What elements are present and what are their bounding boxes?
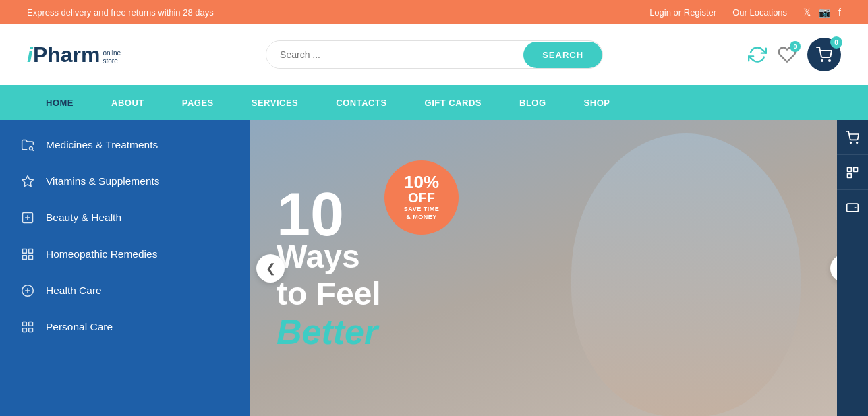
svg-rect-11 bbox=[23, 322, 27, 326]
pill-icon bbox=[20, 138, 35, 152]
delivery-text: Express delivery and free returns within… bbox=[27, 7, 214, 18]
header: i Pharm online store SEARCH 0 bbox=[0, 24, 868, 85]
nav-item-services[interactable]: SERVICES bbox=[233, 85, 318, 120]
sidebar-item-medicines[interactable]: Medicines & Treatments bbox=[0, 127, 250, 163]
svg-rect-6 bbox=[23, 256, 27, 260]
nav-item-giftcards[interactable]: GIFT CARDS bbox=[406, 85, 500, 120]
discount-percent: 10% bbox=[404, 173, 439, 191]
logo-subtitle: online store bbox=[103, 49, 121, 65]
refresh-button[interactable] bbox=[748, 45, 767, 64]
healthcare-icon bbox=[20, 283, 35, 298]
nav-item-about[interactable]: ABOUT bbox=[92, 85, 163, 120]
sidebar-label-healthcare: Health Care bbox=[46, 285, 102, 297]
beauty-icon bbox=[20, 210, 35, 225]
discount-badge: 10% OFF SAVE TIME & MONEY bbox=[384, 160, 459, 235]
hero-tagline: Ways to Feel Better bbox=[277, 237, 381, 352]
svg-rect-20 bbox=[847, 204, 859, 212]
logo-pharm: Pharm bbox=[33, 42, 100, 67]
hero-number: 10 bbox=[277, 183, 381, 244]
discount-subtitle: SAVE TIME & MONEY bbox=[404, 206, 439, 221]
logo-i: i bbox=[27, 42, 33, 67]
search-button[interactable]: SEARCH bbox=[523, 42, 602, 68]
discount-off: OFF bbox=[408, 191, 435, 204]
vitamins-icon bbox=[20, 174, 35, 189]
right-sidebar-compare[interactable] bbox=[837, 155, 868, 190]
search-area: SEARCH bbox=[266, 40, 603, 69]
svg-rect-4 bbox=[23, 249, 27, 254]
hero-text: 10 Ways to Feel Better bbox=[277, 183, 381, 352]
search-input[interactable] bbox=[266, 41, 523, 68]
prev-arrow[interactable]: ❮ bbox=[256, 254, 285, 283]
svg-rect-5 bbox=[29, 249, 33, 254]
wishlist-badge: 0 bbox=[790, 41, 801, 52]
svg-rect-7 bbox=[29, 256, 33, 260]
sidebar-item-vitamins[interactable]: Vitamins & Supplements bbox=[0, 163, 250, 200]
nav-item-home[interactable]: HOME bbox=[27, 85, 92, 120]
nav-item-blog[interactable]: BLOG bbox=[500, 85, 565, 120]
homeopathic-icon bbox=[20, 247, 35, 262]
svg-rect-13 bbox=[23, 328, 27, 332]
svg-point-16 bbox=[857, 142, 858, 143]
login-link[interactable]: Login or Register bbox=[649, 7, 716, 18]
cart-badge: 0 bbox=[830, 36, 842, 49]
svg-marker-3 bbox=[22, 176, 34, 187]
right-sidebar-cart[interactable] bbox=[837, 120, 868, 155]
wishlist-button[interactable]: 0 bbox=[778, 45, 797, 64]
right-sidebar-wallet[interactable] bbox=[837, 190, 868, 225]
sidebar-label-personalcare: Personal Care bbox=[46, 321, 113, 333]
cart-button[interactable]: 0 bbox=[807, 38, 841, 71]
logo[interactable]: i Pharm online store bbox=[27, 42, 121, 67]
sidebar-item-healthcare[interactable]: Health Care bbox=[0, 272, 250, 309]
locations-link[interactable]: Our Locations bbox=[732, 7, 787, 18]
right-sidebar bbox=[837, 120, 868, 416]
main-nav: HOME ABOUT PAGES SERVICES CONTACTS GIFT … bbox=[0, 85, 868, 120]
svg-rect-19 bbox=[848, 173, 852, 177]
instagram-icon[interactable]: 📷 bbox=[819, 7, 830, 18]
sidebar-item-homeopathic[interactable]: Homeopathic Remedies bbox=[0, 236, 250, 272]
twitter-icon[interactable]: 𝕏 bbox=[803, 7, 811, 18]
sidebar-label-vitamins: Vitamins & Supplements bbox=[46, 175, 160, 187]
header-icons: 0 0 bbox=[748, 38, 841, 71]
sidebar-label-medicines: Medicines & Treatments bbox=[46, 139, 158, 151]
top-bar-right: Login or Register Our Locations 𝕏 📷 f bbox=[649, 7, 841, 18]
sidebar-label-beauty: Beauty & Health bbox=[46, 212, 121, 224]
svg-rect-14 bbox=[29, 328, 33, 332]
svg-rect-12 bbox=[29, 322, 33, 326]
nav-item-shop[interactable]: SHOP bbox=[565, 85, 629, 120]
sidebar-label-homeopathic: Homeopathic Remedies bbox=[46, 248, 157, 260]
category-sidebar: Medicines & Treatments Vitamins & Supple… bbox=[0, 120, 250, 416]
svg-rect-18 bbox=[854, 167, 858, 171]
svg-point-1 bbox=[829, 60, 830, 61]
svg-point-0 bbox=[821, 60, 823, 61]
sidebar-item-personalcare[interactable]: Personal Care bbox=[0, 309, 250, 345]
nav-item-pages[interactable]: PAGES bbox=[163, 85, 233, 120]
svg-rect-17 bbox=[848, 167, 852, 171]
main-content: Medicines & Treatments Vitamins & Supple… bbox=[0, 120, 868, 416]
sidebar-item-beauty[interactable]: Beauty & Health bbox=[0, 200, 250, 236]
hero-section: 10% OFF SAVE TIME & MONEY 10 Ways to Fee… bbox=[250, 120, 868, 416]
nav-item-contacts[interactable]: CONTACTS bbox=[317, 85, 405, 120]
facebook-icon[interactable]: f bbox=[838, 7, 841, 18]
svg-point-15 bbox=[850, 142, 852, 143]
social-icons: 𝕏 📷 f bbox=[803, 7, 841, 18]
top-bar: Express delivery and free returns within… bbox=[0, 0, 868, 24]
personalcare-icon bbox=[20, 320, 35, 334]
